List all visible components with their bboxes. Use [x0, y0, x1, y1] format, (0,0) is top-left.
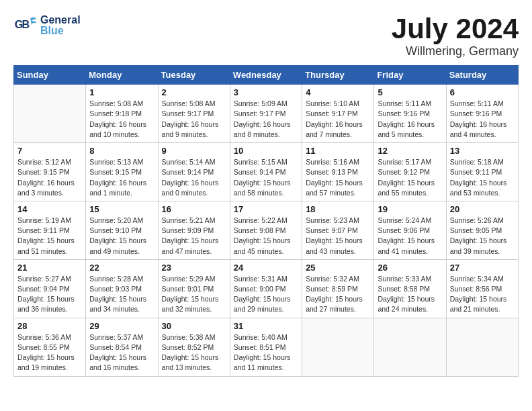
day-number: 9	[162, 146, 226, 156]
day-number: 25	[306, 263, 370, 273]
day-number: 27	[450, 263, 515, 273]
calendar-cell: 31Sunrise: 5:40 AMSunset: 8:51 PMDayligh…	[230, 318, 302, 376]
weekday-header-row: SundayMondayTuesdayWednesdayThursdayFrid…	[14, 66, 519, 85]
calendar-cell: 6Sunrise: 5:11 AMSunset: 9:16 PMDaylight…	[446, 85, 518, 143]
day-info: Sunrise: 5:09 AMSunset: 9:17 PMDaylight:…	[234, 99, 298, 140]
calendar-cell: 1Sunrise: 5:08 AMSunset: 9:18 PMDaylight…	[86, 85, 158, 143]
day-number: 5	[378, 87, 442, 97]
logo-general-text: General	[40, 15, 81, 26]
day-info: Sunrise: 5:27 AMSunset: 9:04 PMDaylight:…	[17, 274, 82, 315]
calendar-cell: 4Sunrise: 5:10 AMSunset: 9:17 PMDaylight…	[302, 85, 374, 143]
calendar-cell: 26Sunrise: 5:33 AMSunset: 8:58 PMDayligh…	[374, 259, 446, 318]
calendar-cell: 24Sunrise: 5:31 AMSunset: 9:00 PMDayligh…	[230, 259, 302, 318]
day-number: 31	[234, 321, 298, 331]
weekday-header-tuesday: Tuesday	[158, 66, 230, 85]
day-number: 11	[306, 146, 370, 156]
day-info: Sunrise: 5:21 AMSunset: 9:09 PMDaylight:…	[162, 216, 226, 257]
day-number: 20	[450, 204, 515, 214]
calendar-cell: 7Sunrise: 5:12 AMSunset: 9:15 PMDaylight…	[14, 143, 86, 201]
calendar-cell: 12Sunrise: 5:17 AMSunset: 9:12 PMDayligh…	[374, 143, 446, 201]
day-number: 3	[234, 87, 298, 97]
weekday-header-sunday: Sunday	[14, 66, 86, 85]
day-number: 15	[89, 204, 154, 214]
day-number: 8	[89, 146, 154, 156]
calendar-cell	[374, 318, 446, 376]
day-info: Sunrise: 5:20 AMSunset: 9:10 PMDaylight:…	[89, 216, 154, 257]
calendar-cell: 20Sunrise: 5:26 AMSunset: 9:05 PMDayligh…	[446, 201, 518, 259]
day-info: Sunrise: 5:34 AMSunset: 8:56 PMDaylight:…	[450, 274, 515, 315]
calendar-cell	[302, 318, 374, 376]
day-number: 10	[234, 146, 298, 156]
day-number: 13	[450, 146, 515, 156]
day-info: Sunrise: 5:38 AMSunset: 8:52 PMDaylight:…	[162, 332, 226, 373]
day-info: Sunrise: 5:26 AMSunset: 9:05 PMDaylight:…	[450, 216, 515, 257]
calendar-cell: 30Sunrise: 5:38 AMSunset: 8:52 PMDayligh…	[158, 318, 230, 376]
day-number: 4	[306, 87, 370, 97]
day-number: 17	[234, 204, 298, 214]
day-info: Sunrise: 5:11 AMSunset: 9:16 PMDaylight:…	[378, 99, 442, 140]
day-info: Sunrise: 5:40 AMSunset: 8:51 PMDaylight:…	[234, 332, 298, 373]
logo-text: General Blue	[40, 15, 81, 36]
weekday-header-friday: Friday	[374, 66, 446, 85]
day-number: 18	[306, 204, 370, 214]
day-info: Sunrise: 5:37 AMSunset: 8:54 PMDaylight:…	[89, 332, 154, 373]
day-info: Sunrise: 5:24 AMSunset: 9:06 PMDaylight:…	[378, 216, 442, 257]
calendar-cell: 15Sunrise: 5:20 AMSunset: 9:10 PMDayligh…	[86, 201, 158, 259]
calendar-cell: 23Sunrise: 5:29 AMSunset: 9:01 PMDayligh…	[158, 259, 230, 318]
calendar-cell: 21Sunrise: 5:27 AMSunset: 9:04 PMDayligh…	[14, 259, 86, 318]
day-info: Sunrise: 5:14 AMSunset: 9:14 PMDaylight:…	[162, 157, 226, 198]
day-info: Sunrise: 5:11 AMSunset: 9:16 PMDaylight:…	[450, 99, 515, 140]
day-number: 1	[89, 87, 154, 97]
weekday-header-thursday: Thursday	[302, 66, 374, 85]
logo-blue-text: Blue	[40, 26, 81, 36]
day-info: Sunrise: 5:36 AMSunset: 8:55 PMDaylight:…	[17, 332, 82, 373]
day-number: 21	[17, 263, 82, 273]
day-number: 28	[17, 321, 82, 331]
day-info: Sunrise: 5:10 AMSunset: 9:17 PMDaylight:…	[306, 99, 370, 140]
weekday-header-monday: Monday	[86, 66, 158, 85]
day-info: Sunrise: 5:19 AMSunset: 9:11 PMDaylight:…	[17, 216, 82, 257]
day-number: 26	[378, 263, 442, 273]
location-text: Willmering, Germany	[392, 44, 519, 58]
calendar-cell: 27Sunrise: 5:34 AMSunset: 8:56 PMDayligh…	[446, 259, 518, 318]
day-info: Sunrise: 5:13 AMSunset: 9:15 PMDaylight:…	[89, 157, 154, 198]
day-info: Sunrise: 5:22 AMSunset: 9:08 PMDaylight:…	[234, 216, 298, 257]
day-number: 16	[162, 204, 226, 214]
day-number: 6	[450, 87, 515, 97]
logo: G B General Blue	[13, 13, 81, 38]
calendar-week-4: 21Sunrise: 5:27 AMSunset: 9:04 PMDayligh…	[14, 259, 519, 318]
day-info: Sunrise: 5:16 AMSunset: 9:13 PMDaylight:…	[306, 157, 370, 198]
calendar-week-5: 28Sunrise: 5:36 AMSunset: 8:55 PMDayligh…	[14, 318, 519, 376]
weekday-header-saturday: Saturday	[446, 66, 518, 85]
svg-text:B: B	[22, 18, 30, 30]
calendar-cell: 11Sunrise: 5:16 AMSunset: 9:13 PMDayligh…	[302, 143, 374, 201]
day-info: Sunrise: 5:18 AMSunset: 9:11 PMDaylight:…	[450, 157, 515, 198]
day-info: Sunrise: 5:28 AMSunset: 9:03 PMDaylight:…	[89, 274, 154, 315]
calendar-cell: 13Sunrise: 5:18 AMSunset: 9:11 PMDayligh…	[446, 143, 518, 201]
calendar-cell: 5Sunrise: 5:11 AMSunset: 9:16 PMDaylight…	[374, 85, 446, 143]
calendar-cell: 18Sunrise: 5:23 AMSunset: 9:07 PMDayligh…	[302, 201, 374, 259]
calendar-cell	[446, 318, 518, 376]
day-info: Sunrise: 5:17 AMSunset: 9:12 PMDaylight:…	[378, 157, 442, 198]
calendar-cell: 29Sunrise: 5:37 AMSunset: 8:54 PMDayligh…	[86, 318, 158, 376]
day-number: 7	[17, 146, 82, 156]
calendar-cell: 9Sunrise: 5:14 AMSunset: 9:14 PMDaylight…	[158, 143, 230, 201]
calendar-cell: 22Sunrise: 5:28 AMSunset: 9:03 PMDayligh…	[86, 259, 158, 318]
weekday-header-wednesday: Wednesday	[230, 66, 302, 85]
month-title: July 2024	[392, 13, 519, 44]
calendar-week-2: 7Sunrise: 5:12 AMSunset: 9:15 PMDaylight…	[14, 143, 519, 201]
day-number: 12	[378, 146, 442, 156]
day-info: Sunrise: 5:08 AMSunset: 9:17 PMDaylight:…	[162, 99, 226, 140]
day-number: 22	[89, 263, 154, 273]
calendar-cell: 3Sunrise: 5:09 AMSunset: 9:17 PMDaylight…	[230, 85, 302, 143]
calendar-cell: 10Sunrise: 5:15 AMSunset: 9:14 PMDayligh…	[230, 143, 302, 201]
calendar-cell: 25Sunrise: 5:32 AMSunset: 8:59 PMDayligh…	[302, 259, 374, 318]
calendar-week-1: 1Sunrise: 5:08 AMSunset: 9:18 PMDaylight…	[14, 85, 519, 143]
logo-icon: G B	[13, 13, 38, 38]
day-number: 2	[162, 87, 226, 97]
day-info: Sunrise: 5:15 AMSunset: 9:14 PMDaylight:…	[234, 157, 298, 198]
day-number: 23	[162, 263, 226, 273]
day-number: 29	[89, 321, 154, 331]
day-number: 14	[17, 204, 82, 214]
calendar-cell: 2Sunrise: 5:08 AMSunset: 9:17 PMDaylight…	[158, 85, 230, 143]
